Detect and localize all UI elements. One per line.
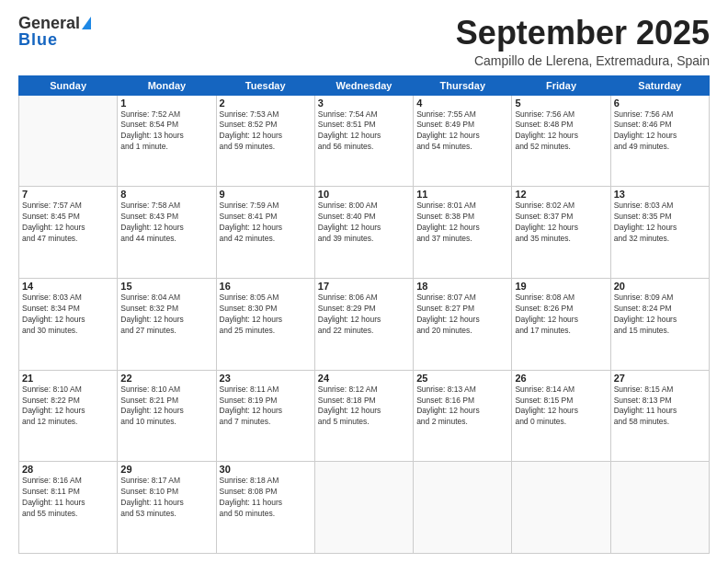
- day-number: 20: [614, 281, 706, 292]
- day-info: Sunrise: 7:58 AMSunset: 8:43 PMDaylight:…: [120, 201, 212, 245]
- day-number: 22: [120, 373, 212, 384]
- day-info: Sunrise: 8:12 AMSunset: 8:18 PMDaylight:…: [318, 385, 410, 429]
- calendar-cell: 21Sunrise: 8:10 AMSunset: 8:22 PMDayligh…: [19, 370, 118, 462]
- calendar-cell: 26Sunrise: 8:14 AMSunset: 8:15 PMDayligh…: [512, 370, 610, 462]
- day-number: 1: [120, 98, 212, 109]
- calendar-cell: 24Sunrise: 8:12 AMSunset: 8:18 PMDayligh…: [314, 370, 413, 462]
- calendar-cell: [610, 462, 709, 554]
- weekday-header-monday: Monday: [118, 75, 216, 95]
- calendar-cell: 16Sunrise: 8:05 AMSunset: 8:30 PMDayligh…: [216, 278, 314, 370]
- weekday-header-thursday: Thursday: [414, 75, 512, 95]
- day-number: 14: [22, 281, 114, 292]
- calendar-cell: 28Sunrise: 8:16 AMSunset: 8:11 PMDayligh…: [19, 462, 118, 554]
- day-number: 7: [22, 189, 114, 200]
- day-number: 12: [515, 189, 607, 200]
- calendar-cell: 29Sunrise: 8:17 AMSunset: 8:10 PMDayligh…: [118, 462, 216, 554]
- day-info: Sunrise: 8:17 AMSunset: 8:10 PMDaylight:…: [120, 476, 212, 520]
- day-info: Sunrise: 7:56 AMSunset: 8:46 PMDaylight:…: [614, 109, 706, 154]
- day-number: 17: [318, 281, 410, 292]
- day-info: Sunrise: 8:06 AMSunset: 8:29 PMDaylight:…: [318, 293, 410, 337]
- day-info: Sunrise: 8:05 AMSunset: 8:30 PMDaylight:…: [220, 293, 312, 337]
- day-number: 18: [416, 281, 508, 292]
- day-number: 9: [220, 189, 312, 200]
- calendar-cell: 25Sunrise: 8:13 AMSunset: 8:16 PMDayligh…: [414, 370, 512, 462]
- day-info: Sunrise: 8:15 AMSunset: 8:13 PMDaylight:…: [614, 385, 706, 429]
- month-title: September 2025: [456, 15, 710, 52]
- day-number: 24: [318, 373, 410, 384]
- day-info: Sunrise: 8:14 AMSunset: 8:15 PMDaylight:…: [515, 385, 607, 429]
- calendar-cell: 8Sunrise: 7:58 AMSunset: 8:43 PMDaylight…: [118, 187, 216, 279]
- day-number: 27: [614, 373, 706, 384]
- calendar-cell: 13Sunrise: 8:03 AMSunset: 8:35 PMDayligh…: [610, 187, 709, 279]
- week-row-0: 1Sunrise: 7:52 AMSunset: 8:54 PMDaylight…: [19, 95, 710, 187]
- logo-arrow-icon: [82, 17, 91, 29]
- day-info: Sunrise: 8:16 AMSunset: 8:11 PMDaylight:…: [22, 476, 114, 520]
- logo: General Blue: [18, 15, 91, 48]
- weekday-header-row: SundayMondayTuesdayWednesdayThursdayFrid…: [19, 75, 710, 95]
- day-info: Sunrise: 7:52 AMSunset: 8:54 PMDaylight:…: [120, 109, 212, 154]
- calendar-cell: 19Sunrise: 8:08 AMSunset: 8:26 PMDayligh…: [512, 278, 610, 370]
- calendar-cell: 30Sunrise: 8:18 AMSunset: 8:08 PMDayligh…: [216, 462, 314, 554]
- calendar-cell: 11Sunrise: 8:01 AMSunset: 8:38 PMDayligh…: [414, 187, 512, 279]
- week-row-3: 21Sunrise: 8:10 AMSunset: 8:22 PMDayligh…: [19, 370, 710, 462]
- day-number: 5: [515, 98, 607, 109]
- day-info: Sunrise: 8:18 AMSunset: 8:08 PMDaylight:…: [220, 476, 312, 520]
- day-info: Sunrise: 8:11 AMSunset: 8:19 PMDaylight:…: [220, 385, 312, 429]
- day-info: Sunrise: 8:00 AMSunset: 8:40 PMDaylight:…: [318, 201, 410, 245]
- day-number: 16: [220, 281, 312, 292]
- calendar-cell: 6Sunrise: 7:56 AMSunset: 8:46 PMDaylight…: [610, 95, 709, 187]
- day-number: 13: [614, 189, 706, 200]
- calendar-cell: 17Sunrise: 8:06 AMSunset: 8:29 PMDayligh…: [314, 278, 413, 370]
- day-info: Sunrise: 8:10 AMSunset: 8:21 PMDaylight:…: [120, 385, 212, 429]
- day-info: Sunrise: 8:03 AMSunset: 8:35 PMDaylight:…: [614, 201, 706, 245]
- day-number: 11: [416, 189, 508, 200]
- day-number: 28: [22, 464, 114, 475]
- day-number: 10: [318, 189, 410, 200]
- logo-blue: Blue: [18, 31, 58, 48]
- calendar-cell: [19, 95, 118, 187]
- day-number: 23: [220, 373, 312, 384]
- header: General Blue September 2025 Campillo de …: [18, 15, 710, 68]
- day-info: Sunrise: 8:02 AMSunset: 8:37 PMDaylight:…: [515, 201, 607, 245]
- weekday-header-friday: Friday: [512, 75, 610, 95]
- day-number: 25: [416, 373, 508, 384]
- day-info: Sunrise: 7:59 AMSunset: 8:41 PMDaylight:…: [220, 201, 312, 245]
- day-number: 2: [220, 98, 312, 109]
- calendar-cell: 12Sunrise: 8:02 AMSunset: 8:37 PMDayligh…: [512, 187, 610, 279]
- week-row-4: 28Sunrise: 8:16 AMSunset: 8:11 PMDayligh…: [19, 462, 710, 554]
- calendar-cell: 5Sunrise: 7:56 AMSunset: 8:48 PMDaylight…: [512, 95, 610, 187]
- calendar-cell: 14Sunrise: 8:03 AMSunset: 8:34 PMDayligh…: [19, 278, 118, 370]
- day-number: 15: [120, 281, 212, 292]
- calendar-cell: 7Sunrise: 7:57 AMSunset: 8:45 PMDaylight…: [19, 187, 118, 279]
- weekday-header-tuesday: Tuesday: [216, 75, 314, 95]
- calendar-cell: 10Sunrise: 8:00 AMSunset: 8:40 PMDayligh…: [314, 187, 413, 279]
- day-info: Sunrise: 8:08 AMSunset: 8:26 PMDaylight:…: [515, 293, 607, 337]
- logo-general: General: [18, 15, 80, 31]
- day-info: Sunrise: 8:10 AMSunset: 8:22 PMDaylight:…: [22, 385, 114, 429]
- calendar-cell: 23Sunrise: 8:11 AMSunset: 8:19 PMDayligh…: [216, 370, 314, 462]
- day-number: 21: [22, 373, 114, 384]
- day-info: Sunrise: 8:09 AMSunset: 8:24 PMDaylight:…: [614, 293, 706, 337]
- calendar-cell: 9Sunrise: 7:59 AMSunset: 8:41 PMDaylight…: [216, 187, 314, 279]
- calendar-cell: 18Sunrise: 8:07 AMSunset: 8:27 PMDayligh…: [414, 278, 512, 370]
- page: General Blue September 2025 Campillo de …: [0, 0, 728, 563]
- location-subtitle: Campillo de Llerena, Extremadura, Spain: [456, 53, 710, 68]
- day-info: Sunrise: 7:57 AMSunset: 8:45 PMDaylight:…: [22, 201, 114, 245]
- calendar-cell: 20Sunrise: 8:09 AMSunset: 8:24 PMDayligh…: [610, 278, 709, 370]
- day-info: Sunrise: 8:01 AMSunset: 8:38 PMDaylight:…: [416, 201, 508, 245]
- title-block: September 2025 Campillo de Llerena, Extr…: [456, 15, 710, 68]
- calendar-cell: [314, 462, 413, 554]
- weekday-header-saturday: Saturday: [610, 75, 709, 95]
- day-number: 3: [318, 98, 410, 109]
- weekday-header-wednesday: Wednesday: [314, 75, 413, 95]
- day-info: Sunrise: 8:13 AMSunset: 8:16 PMDaylight:…: [416, 385, 508, 429]
- calendar-cell: 2Sunrise: 7:53 AMSunset: 8:52 PMDaylight…: [216, 95, 314, 187]
- day-info: Sunrise: 7:53 AMSunset: 8:52 PMDaylight:…: [220, 109, 312, 154]
- calendar-cell: 15Sunrise: 8:04 AMSunset: 8:32 PMDayligh…: [118, 278, 216, 370]
- weekday-header-sunday: Sunday: [19, 75, 118, 95]
- day-info: Sunrise: 7:56 AMSunset: 8:48 PMDaylight:…: [515, 109, 607, 154]
- logo-line1: General: [18, 15, 91, 31]
- day-number: 4: [416, 98, 508, 109]
- day-info: Sunrise: 7:55 AMSunset: 8:49 PMDaylight:…: [416, 109, 508, 154]
- calendar-cell: 4Sunrise: 7:55 AMSunset: 8:49 PMDaylight…: [414, 95, 512, 187]
